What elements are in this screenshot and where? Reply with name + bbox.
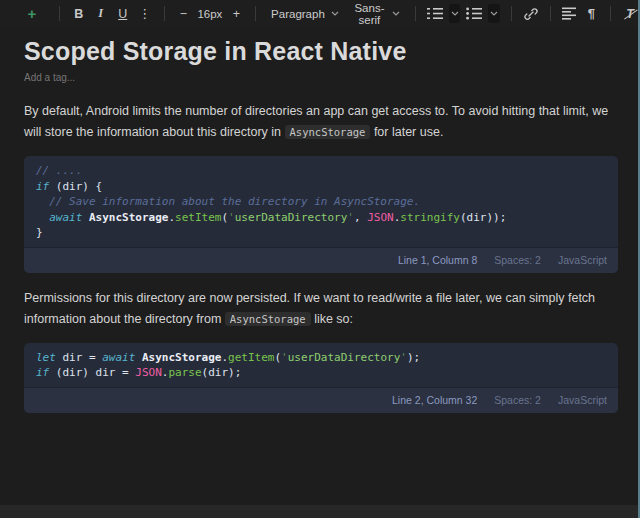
code-editor[interactable]: // ....if (dir) { // Save information ab…	[24, 156, 618, 247]
font-size-value: 16px	[195, 8, 224, 20]
toolbar-divider	[415, 6, 416, 21]
note-title[interactable]: Scoped Storage in React Native	[24, 35, 618, 67]
bullet-list-options-button[interactable]	[488, 4, 500, 23]
clear-formatting-button[interactable]: T	[620, 4, 640, 24]
paragraph-style-value: Paragraph	[271, 8, 325, 20]
underline-button[interactable]: U	[113, 4, 133, 24]
horizontal-scrollbar[interactable]	[0, 505, 640, 518]
toolbar-divider	[255, 6, 256, 21]
chevron-down-icon	[331, 11, 339, 16]
font-family-select[interactable]: Sans-serif	[347, 4, 406, 24]
note-content: Scoped Storage in React Native By defaul…	[0, 27, 640, 413]
insert-link-button[interactable]	[521, 4, 541, 24]
note-editor-window: + B I U ⋮ − 16px + Paragraph Sans-serif	[0, 0, 640, 518]
cursor-position: Line 1, Column 8	[398, 254, 477, 266]
ordered-list-button[interactable]	[425, 4, 445, 24]
paragraph-text: like so:	[311, 312, 353, 326]
ordered-list-options-button[interactable]	[449, 4, 461, 23]
font-size-increase-button[interactable]: +	[226, 4, 246, 24]
toolbar-divider	[610, 6, 611, 21]
toolbar-divider	[164, 6, 165, 21]
indentation-setting[interactable]: Spaces: 2	[494, 394, 541, 406]
formatting-toolbar: + B I U ⋮ − 16px + Paragraph Sans-serif	[0, 0, 640, 27]
paragraph-2[interactable]: Permissions for this directory are now p…	[24, 288, 618, 330]
code-editor[interactable]: let dir = await AsyncStorage.getItem('us…	[24, 343, 618, 387]
indentation-setting[interactable]: Spaces: 2	[494, 254, 541, 266]
font-family-value: Sans-serif	[353, 2, 386, 26]
inline-code-chip: AsyncStorage	[285, 125, 371, 139]
bullet-list-button[interactable]	[464, 4, 484, 24]
ordered-list-icon	[427, 7, 443, 20]
link-icon	[523, 7, 539, 21]
toolbar-divider	[59, 6, 60, 21]
code-status-bar: Line 1, Column 8 Spaces: 2 JavaScript	[24, 247, 618, 273]
code-block-1[interactable]: // ....if (dir) { // Save information ab…	[24, 156, 618, 273]
paragraph-1[interactable]: By default, Android limits the number of…	[24, 101, 618, 143]
align-left-icon	[562, 7, 577, 20]
chevron-down-icon	[392, 11, 400, 16]
pilcrow-icon: ¶	[588, 6, 595, 21]
clear-formatting-icon: T	[626, 7, 634, 21]
bullet-list-icon	[466, 7, 482, 20]
language-selector[interactable]: JavaScript	[558, 254, 607, 266]
align-text-button[interactable]	[559, 4, 579, 24]
cursor-position: Line 2, Column 32	[392, 394, 477, 406]
toolbar-divider	[511, 6, 512, 21]
code-status-bar: Line 2, Column 32 Spaces: 2 JavaScript	[24, 387, 618, 413]
more-formatting-button[interactable]: ⋮	[135, 4, 155, 24]
code-block-2[interactable]: let dir = await AsyncStorage.getItem('us…	[24, 343, 618, 413]
chevron-down-icon	[451, 11, 459, 16]
font-size-decrease-button[interactable]: −	[173, 4, 193, 24]
inline-code-chip: AsyncStorage	[225, 312, 311, 326]
paragraph-text: for later use.	[370, 125, 443, 139]
add-block-button[interactable]: +	[22, 4, 42, 24]
toolbar-divider	[550, 6, 551, 21]
text-direction-button[interactable]: ¶	[581, 4, 601, 24]
bold-button[interactable]: B	[69, 4, 89, 24]
chevron-down-icon	[490, 11, 498, 16]
paragraph-style-select[interactable]: Paragraph	[265, 4, 345, 24]
language-selector[interactable]: JavaScript	[558, 394, 607, 406]
italic-button[interactable]: I	[91, 4, 111, 24]
tag-input[interactable]	[24, 72, 156, 83]
